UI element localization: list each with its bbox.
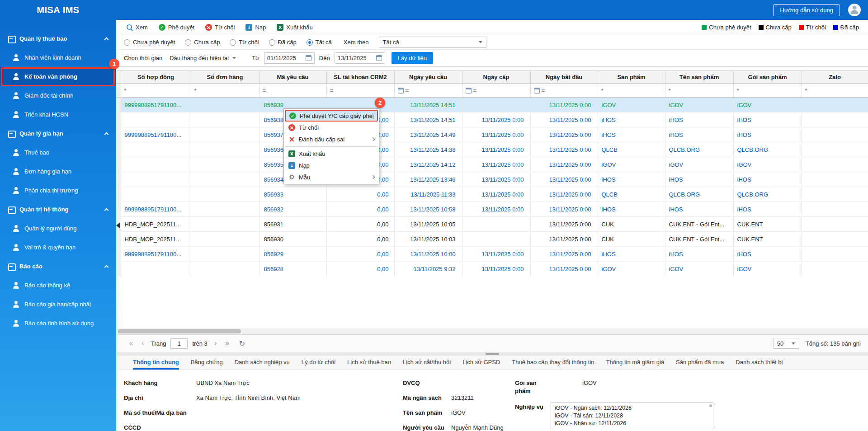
column-filter-cell[interactable]: = xyxy=(462,84,530,98)
toolbar-button[interactable]: Phê duyệt xyxy=(159,24,195,31)
table-row[interactable]: 9999988951791100... 856929 0,00 13/11/20… xyxy=(116,247,868,262)
cell-start-date: 13/11/2025 0:00 xyxy=(530,217,598,232)
page-number-input[interactable] xyxy=(170,338,188,349)
horizontal-scrollbar[interactable] xyxy=(116,328,868,334)
first-page-icon[interactable]: « xyxy=(127,339,135,347)
column-filter-cell[interactable]: = xyxy=(326,84,394,98)
scrollbar-thumb[interactable] xyxy=(118,329,241,333)
sidebar-item[interactable]: Quản lý gia hạn xyxy=(0,124,116,143)
table-row[interactable]: 856934 0,00 13/11/2025 13:46 13/11/2025 … xyxy=(116,172,868,187)
column-filter-cell[interactable]: * xyxy=(733,84,802,98)
sidebar-item[interactable]: Vai trò & quyền hạn xyxy=(0,238,116,257)
column-header[interactable]: Ngày yêu cầu xyxy=(394,71,462,84)
status-filter-radio[interactable]: Chưa cấp xyxy=(185,39,220,46)
column-filter-cell[interactable]: * xyxy=(598,84,665,98)
detail-tab[interactable]: Lịch sử cắt/thu hồi xyxy=(403,356,451,370)
table-row[interactable]: 856938 0,00 13/11/2025 14:51 13/11/2025 … xyxy=(116,112,868,127)
view-by-select[interactable]: Tất cả xyxy=(379,37,486,48)
sidebar-item[interactable]: Đơn hàng gia hạn xyxy=(0,162,116,181)
column-filter-cell[interactable]: * xyxy=(121,84,191,98)
status-filter-radio[interactable]: Đã cấp xyxy=(269,39,297,46)
column-filter-cell[interactable]: * xyxy=(191,84,259,98)
time-preset-select[interactable]: Đầu tháng đến hiện tại xyxy=(167,52,247,64)
detail-tab[interactable]: Bằng chứng xyxy=(191,356,223,370)
sidebar-item[interactable]: Quản lý người dùng xyxy=(0,219,116,238)
sidebar-item[interactable]: Quản lý thuê bao xyxy=(0,29,116,48)
column-filter-cell[interactable]: * xyxy=(802,84,868,98)
detail-tab[interactable]: Thông tin chung xyxy=(133,356,179,370)
toolbar-button[interactable]: Từ chối xyxy=(205,24,235,31)
table-row[interactable]: 856933 0,00 13/11/2025 11:33 13/11/2025 … xyxy=(116,187,868,202)
detail-tab[interactable]: Lịch sử thuê bao xyxy=(347,356,391,370)
column-header[interactable]: Mã yêu cầu xyxy=(259,71,326,84)
table-row[interactable]: 856936 0,00 13/11/2025 14:38 13/11/2025 … xyxy=(116,142,868,157)
column-header[interactable]: Tên sản phẩm xyxy=(665,71,733,84)
toolbar-button[interactable]: Xuất khẩu xyxy=(277,24,313,31)
context-menu-item[interactable]: Xuất khẩu xyxy=(285,146,378,159)
detail-tab[interactable]: Sản phẩm đã mua xyxy=(676,356,724,370)
sidebar-item[interactable]: Giám đốc tài chính xyxy=(0,86,116,105)
help-button[interactable]: Hướng dẫn sử dụng xyxy=(773,4,840,16)
detail-tab[interactable]: Thuê bao cần thay đổi thông tin xyxy=(512,356,594,370)
table-row[interactable]: 9999988951791100... 856939 13/11/2025 14… xyxy=(116,98,868,112)
context-menu-item[interactable]: Từ chối xyxy=(285,122,378,133)
toolbar-button[interactable]: Nạp xyxy=(245,24,266,31)
sidebar-item[interactable]: Báo cáo tình hình sử dụng xyxy=(0,314,116,333)
from-date-input[interactable]: 01/11/2025 xyxy=(264,52,315,64)
user-avatar[interactable] xyxy=(848,4,861,16)
column-header[interactable]: Ngày bắt đầu xyxy=(530,71,598,84)
sidebar-item[interactable]: Quản trị hệ thống xyxy=(0,200,116,219)
page-size-select[interactable]: 50 xyxy=(773,338,799,349)
sidebar-item[interactable]: Báo cáo gia hạn/cập nhật xyxy=(0,295,116,314)
detail-tab[interactable]: Thông tin mã giảm giá xyxy=(606,356,664,370)
table-row[interactable]: 856935 0,00 13/11/2025 14:12 13/11/2025 … xyxy=(116,157,868,172)
cell-order xyxy=(191,232,259,247)
sidebar-collapse-icon[interactable] xyxy=(116,222,120,229)
last-page-icon[interactable]: » xyxy=(224,339,231,347)
to-date-input[interactable]: 13/11/2025 xyxy=(335,52,385,64)
column-filter-cell[interactable]: * xyxy=(665,84,733,98)
fetch-data-button[interactable]: Lấy dữ liệu xyxy=(392,52,433,64)
panel-splitter[interactable] xyxy=(116,352,868,356)
sidebar-item[interactable]: Phân chia thị trường xyxy=(0,181,116,200)
table-row[interactable]: HDB_MOP_202511... 856931 0,00 13/11/2025… xyxy=(116,217,868,232)
column-header[interactable]: Gói sản phẩm xyxy=(733,71,802,84)
next-page-icon[interactable]: › xyxy=(212,339,219,347)
column-header[interactable]: Sản phẩm xyxy=(598,71,665,84)
previous-page-icon[interactable]: ‹ xyxy=(139,339,146,347)
column-header[interactable]: SL tài khoản CRM2 xyxy=(326,71,394,84)
context-menu-item[interactable]: Đánh dấu cấp sai xyxy=(285,133,378,145)
column-header[interactable]: Số đơn hàng xyxy=(191,71,259,84)
table-row[interactable]: HDB_MOP_202511... 856930 0,00 13/11/2025… xyxy=(116,232,868,247)
sidebar-item[interactable]: Thuê bao xyxy=(0,143,116,162)
table-row[interactable]: 856928 0,00 13/11/2025 9:32 13/11/2025 0… xyxy=(116,262,868,276)
detail-tab[interactable]: Lý do từ chối xyxy=(302,356,335,370)
splitter-handle-icon[interactable] xyxy=(486,353,499,355)
table-row[interactable]: 9999988951791100... 856937 0,00 13/11/20… xyxy=(116,127,868,142)
scrollbar-thumb[interactable] xyxy=(709,404,712,407)
column-filter-cell[interactable]: = xyxy=(259,84,326,98)
context-menu-item[interactable]: Nạp xyxy=(285,159,378,171)
context-menu-item[interactable]: Phê duyệt Y/C cấp giấy phép xyxy=(285,110,378,122)
toolbar-button[interactable]: Xem xyxy=(126,24,148,31)
column-header[interactable]: Zalo xyxy=(802,71,868,84)
column-header[interactable]: Ngày cấp xyxy=(462,71,530,84)
column-header[interactable]: Số hợp đồng xyxy=(121,71,191,84)
sidebar-item[interactable]: Nhân viên kinh doanh xyxy=(0,48,116,67)
sidebar-item[interactable]: Triển khai HCSN xyxy=(0,105,116,124)
sidebar-item[interactable]: Kế toán văn phòng xyxy=(0,67,116,86)
sidebar-item[interactable]: Báo cáo thống kê xyxy=(0,276,116,295)
detail-tab[interactable]: Danh sách nghiệp vụ xyxy=(235,356,290,370)
table-row[interactable]: 9999988951791100... 856932 0,00 13/11/20… xyxy=(116,202,868,217)
column-filter-cell[interactable]: = xyxy=(394,84,462,98)
business-modules-box[interactable]: iGOV - Ngân sách: 12/11/2026 iGOV - Tài … xyxy=(551,402,713,429)
status-filter-radio[interactable]: Từ chối xyxy=(230,39,259,46)
status-filter-radio[interactable]: Chưa phê duyệt xyxy=(124,39,175,46)
detail-tab[interactable]: Danh sách thiết bị xyxy=(736,356,783,370)
status-filter-radio[interactable]: Tất cả xyxy=(307,39,332,46)
context-menu-item[interactable]: Mẫu xyxy=(285,171,378,183)
refresh-icon[interactable]: ↻ xyxy=(239,339,245,348)
column-filter-cell[interactable]: = xyxy=(530,84,598,98)
sidebar-item[interactable]: Báo cáo xyxy=(0,257,116,276)
detail-tab[interactable]: Lịch sử GPSD xyxy=(462,356,500,370)
